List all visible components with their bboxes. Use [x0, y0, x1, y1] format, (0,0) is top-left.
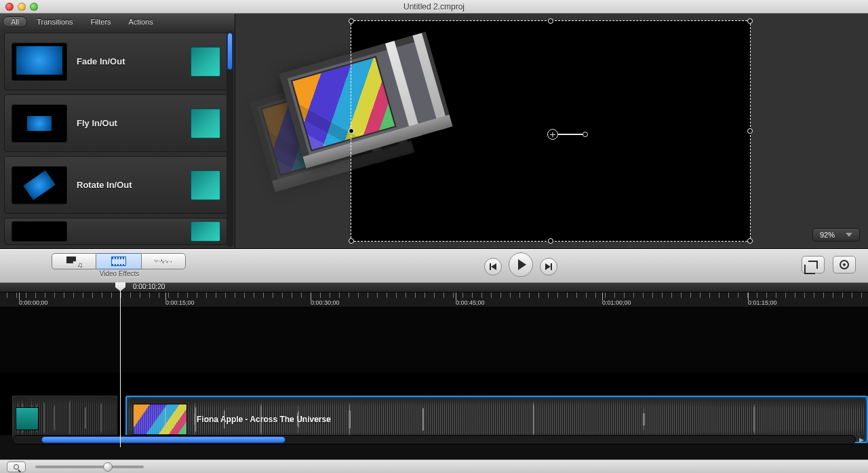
- ruler-label: 0:00:30;00: [311, 299, 340, 306]
- playhead[interactable]: [120, 283, 121, 447]
- ruler-label: 0:00:00;00: [19, 299, 48, 306]
- effect-thumb: [12, 221, 67, 242]
- effect-title: Fly In/Out: [77, 118, 181, 128]
- scroll-right-button[interactable]: ▶: [856, 436, 866, 444]
- tab-actions[interactable]: Actions: [121, 16, 161, 27]
- play-button[interactable]: [509, 252, 533, 277]
- video-track[interactable]: [0, 307, 868, 373]
- window-titlebar: Untitled 2.cmproj: [0, 0, 868, 14]
- crop-icon: [808, 261, 818, 269]
- rotation-pivot-icon[interactable]: [547, 129, 558, 140]
- resize-handle[interactable]: [349, 128, 354, 134]
- ruler-label: 0:00:15;00: [165, 299, 195, 306]
- effect-thumb: [12, 105, 67, 143]
- resize-handle[interactable]: [548, 238, 553, 244]
- canvas-zoom-dropdown[interactable]: 92%: [812, 228, 860, 242]
- effects-scrollbar[interactable]: [226, 31, 233, 247]
- resize-handle[interactable]: [548, 18, 553, 24]
- workspace-upper: All Transitions Filters Actions Fade In/…: [0, 14, 868, 249]
- play-icon: [518, 259, 526, 270]
- tab-all[interactable]: All: [3, 16, 27, 27]
- effect-item-fade[interactable]: Fade In/Out: [4, 33, 228, 90]
- effect-item-fly[interactable]: Fly In/Out: [4, 94, 228, 152]
- skip-forward-icon: [545, 263, 552, 270]
- tab-transitions[interactable]: Transitions: [28, 16, 81, 27]
- effect-preview-swatch: [191, 221, 220, 242]
- timeline-header[interactable]: [0, 283, 868, 292]
- media-icon: [66, 257, 81, 266]
- go-to-end-button[interactable]: [540, 258, 557, 276]
- transport-controls: [484, 256, 557, 277]
- panel-switch-media[interactable]: [52, 253, 96, 269]
- panel-switch-audio-effects[interactable]: [141, 253, 186, 269]
- playhead-timecode: 0:00:10;20: [133, 283, 165, 290]
- skip-back-icon: [490, 263, 496, 270]
- effect-title: Rotate In/Out: [77, 180, 181, 190]
- scrollbar-thumb[interactable]: [227, 33, 233, 70]
- settings-button[interactable]: [833, 256, 856, 273]
- panel-switch-video-effects[interactable]: [96, 253, 141, 269]
- window-title: Untitled 2.cmproj: [0, 2, 868, 12]
- crop-tool-button[interactable]: [802, 256, 825, 273]
- waveform-icon: [155, 257, 172, 265]
- effect-item-slide[interactable]: Slide In/Out: [4, 218, 228, 245]
- timeline: 0:00:10;20 0:00:00;000:00:15;000:00:30;0…: [0, 283, 868, 459]
- effects-list[interactable]: Fade In/Out Fly In/Out Rotate In/Out Sli…: [0, 30, 235, 248]
- ruler-label: 0:01:15;00: [748, 299, 777, 306]
- effect-thumb: [12, 43, 67, 81]
- resize-handle[interactable]: [349, 18, 354, 24]
- rotation-control[interactable]: [547, 129, 588, 140]
- effect-thumb: [12, 166, 67, 204]
- waveform-graphic: [129, 399, 865, 440]
- effect-preview-swatch: [191, 47, 220, 77]
- preview-canvas[interactable]: 92%: [235, 14, 868, 248]
- control-strip: Video Effects: [0, 249, 868, 283]
- rotation-handle[interactable]: [583, 132, 588, 137]
- effects-tabbar: All Transitions Filters Actions: [0, 14, 235, 30]
- resize-handle[interactable]: [747, 18, 753, 24]
- panel-switch-caption: Video Effects: [52, 270, 187, 278]
- effect-title: Fade In/Out: [77, 56, 181, 67]
- status-bar: [0, 459, 868, 473]
- timeline-scrollbar[interactable]: ▶ ◀: [12, 435, 856, 444]
- effect-preview-swatch: [191, 170, 220, 200]
- rotation-arm: [558, 134, 583, 135]
- slider-thumb[interactable]: [103, 462, 113, 472]
- timeline-tracks: Fiona Apple - Across The Universe: [0, 307, 868, 435]
- tab-filters[interactable]: Filters: [83, 16, 119, 27]
- effect-item-rotate[interactable]: Rotate In/Out: [4, 156, 228, 214]
- effect-preview-swatch: [191, 109, 220, 138]
- timeline-ruler[interactable]: 0:00:00;000:00:15;000:00:30;000:00:45;00…: [0, 292, 868, 307]
- gear-icon: [840, 260, 849, 269]
- resize-handle[interactable]: [349, 238, 354, 244]
- panel-switcher: [52, 253, 186, 269]
- resize-handle[interactable]: [747, 128, 753, 134]
- timeline-zoom-slider[interactable]: [35, 466, 144, 468]
- ruler-label: 0:00:45;00: [456, 299, 485, 306]
- resize-handle[interactable]: [747, 238, 753, 244]
- effects-sidebar: All Transitions Filters Actions Fade In/…: [0, 14, 235, 248]
- canvas-zoom-value: 92%: [820, 231, 835, 239]
- go-to-start-button[interactable]: [484, 258, 502, 276]
- scrollbar-thumb[interactable]: [41, 436, 285, 443]
- zoom-tool-button[interactable]: [7, 461, 26, 472]
- magnifier-icon: [14, 464, 19, 470]
- ruler-label: 0:01:00;00: [602, 299, 631, 306]
- canvas-tools: [802, 256, 856, 273]
- film-icon: [111, 257, 126, 266]
